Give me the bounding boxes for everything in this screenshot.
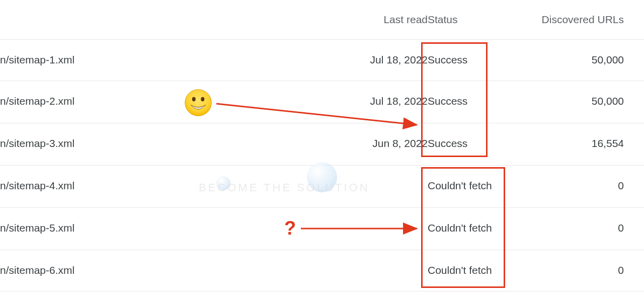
table-row[interactable]: n/sitemap-1.xml Jul 18, 2022 Success 50,… bbox=[0, 39, 644, 81]
sitemap-name: n/sitemap-6.xml bbox=[0, 264, 277, 276]
sitemap-name: n/sitemap-4.xml bbox=[0, 180, 277, 192]
status-value: Couldn't fetch bbox=[428, 222, 508, 234]
table-row[interactable]: n/sitemap-3.xml Jun 8, 2022 Success 16,5… bbox=[0, 123, 644, 164]
discovered-urls-count: 0 bbox=[513, 264, 639, 276]
last-read-date: Jul 18, 2022 bbox=[332, 95, 428, 107]
status-value: Couldn't fetch bbox=[428, 264, 508, 276]
status-value: Success bbox=[428, 95, 508, 107]
table-header-row: Last read Status Discovered URLs bbox=[0, 0, 644, 39]
table-row[interactable]: n/sitemap-2.xml Jul 18, 2022 Success 50,… bbox=[0, 81, 644, 122]
last-read-date: Jul 18, 2022 bbox=[332, 54, 428, 66]
row-divider bbox=[0, 291, 644, 291]
sitemap-name: n/sitemap-5.xml bbox=[0, 222, 277, 234]
table-row[interactable]: n/sitemap-5.xml Couldn't fetch 0 bbox=[0, 207, 644, 249]
discovered-urls-count: 0 bbox=[513, 222, 639, 234]
discovered-urls-count: 50,000 bbox=[513, 95, 639, 107]
discovered-urls-count: 16,554 bbox=[513, 137, 639, 150]
status-value: Success bbox=[428, 137, 508, 150]
discovered-urls-count: 0 bbox=[513, 180, 639, 192]
status-value: Couldn't fetch bbox=[428, 180, 508, 192]
header-discovered-urls: Discovered URLs bbox=[513, 14, 639, 26]
sitemap-name: n/sitemap-2.xml bbox=[0, 95, 277, 107]
status-value: Success bbox=[428, 54, 508, 66]
discovered-urls-count: 50,000 bbox=[513, 54, 639, 66]
sitemap-name: n/sitemap-3.xml bbox=[0, 137, 277, 150]
table-row[interactable]: n/sitemap-6.xml Couldn't fetch 0 bbox=[0, 250, 644, 291]
last-read-date: Jun 8, 2022 bbox=[332, 137, 428, 150]
header-last-read: Last read bbox=[332, 14, 428, 26]
table-row[interactable]: n/sitemap-4.xml Couldn't fetch 0 bbox=[0, 165, 644, 206]
header-status: Status bbox=[428, 14, 508, 26]
sitemap-name: n/sitemap-1.xml bbox=[0, 54, 277, 66]
